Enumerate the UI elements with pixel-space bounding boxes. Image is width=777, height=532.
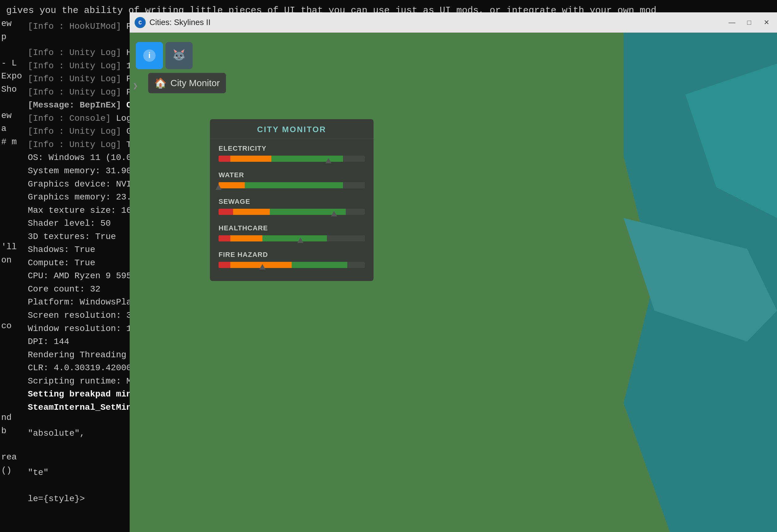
terminal-left-label: rea xyxy=(1,451,18,464)
terminal-left-label: . xyxy=(1,359,18,372)
house-icon: 🏠 xyxy=(154,77,167,89)
sewage-marker xyxy=(331,211,337,216)
cat-toolbar-button[interactable] xyxy=(165,42,193,69)
terminal-left-label: . xyxy=(1,490,18,504)
terminal-left-label: . xyxy=(1,438,18,451)
electricity-bar xyxy=(219,155,365,162)
sewage-row: SEWAGE xyxy=(210,192,373,219)
terminal-left-label: co xyxy=(1,320,18,333)
city-monitor-label: City Monitor xyxy=(171,78,220,88)
water-label: WATER xyxy=(219,171,365,179)
svg-point-10 xyxy=(176,55,178,57)
terminal-left-label: nd b xyxy=(1,411,18,437)
window-titlebar: C Cities: Skylines II — □ ✕ xyxy=(130,12,777,33)
city-monitor-panel: CITY MONITOR ELECTRICITY WATER xyxy=(210,119,373,281)
electricity-row: ELECTRICITY xyxy=(210,139,373,166)
terminal-left-label: . xyxy=(1,162,18,175)
water-bar xyxy=(219,182,365,188)
game-map: i xyxy=(130,33,777,532)
healthcare-marker xyxy=(297,237,304,243)
window-app-icon: C xyxy=(135,17,146,28)
electricity-marker xyxy=(325,158,332,163)
close-button[interactable]: ✕ xyxy=(761,17,772,28)
window-title: Cities: Skylines II xyxy=(149,18,723,27)
terminal-left-label: # m xyxy=(1,135,18,149)
fire-hazard-bar xyxy=(219,262,365,268)
svg-text:C: C xyxy=(139,20,142,26)
terminal-left-label: . xyxy=(1,306,18,320)
game-toolbar: i xyxy=(136,42,193,69)
terminal-left-label: . xyxy=(1,175,18,188)
terminal-left-label: . xyxy=(1,43,18,57)
terminal-left-label: ew p xyxy=(1,17,18,43)
terminal-left-label: . xyxy=(1,346,18,359)
terminal-left-label: . xyxy=(1,148,18,162)
terminal-left-label: . xyxy=(1,503,18,517)
svg-point-13 xyxy=(181,55,182,56)
terminal-left-label: . xyxy=(1,398,18,412)
terminal-left-label: . xyxy=(1,530,18,532)
terminal-left-label: - L xyxy=(1,57,18,70)
terminal-left-label: . xyxy=(1,214,18,228)
terminal-left-label: . xyxy=(1,517,18,530)
maximize-button[interactable]: □ xyxy=(744,17,755,28)
sewage-label: SEWAGE xyxy=(219,198,365,206)
terminal-left-label: 'll xyxy=(1,240,18,254)
terminal-left-label: . xyxy=(1,201,18,215)
fire-hazard-label: FIRE HAZARD xyxy=(219,251,365,259)
city-monitor-dropdown[interactable]: 🏠 City Monitor xyxy=(148,73,226,93)
terminal-left-label: . xyxy=(1,477,18,490)
fire-hazard-row: FIRE HAZARD xyxy=(210,245,373,272)
terminal-left-label: . xyxy=(1,385,18,398)
game-window: C Cities: Skylines II — □ ✕ xyxy=(130,12,777,532)
terminal-left-label: . xyxy=(1,267,18,280)
terminal-left-label: . xyxy=(1,96,18,109)
electricity-label: ELECTRICITY xyxy=(219,144,365,152)
svg-point-5 xyxy=(174,52,184,61)
healthcare-bar xyxy=(219,235,365,241)
terminal-left-label: . xyxy=(1,332,18,346)
terminal-left-label: () xyxy=(1,464,18,477)
minimize-button[interactable]: — xyxy=(727,17,738,28)
terminal-left-label: Sho xyxy=(1,83,18,96)
terminal-left-label: on xyxy=(1,254,18,267)
info-toolbar-button[interactable]: i xyxy=(136,42,163,69)
nav-arrow[interactable]: ❯ xyxy=(133,81,138,91)
map-svg xyxy=(130,33,777,532)
terminal-left-label: . xyxy=(1,228,18,241)
terminal-left-label: ew a xyxy=(1,109,18,135)
svg-text:i: i xyxy=(148,50,150,60)
svg-point-12 xyxy=(177,55,178,56)
terminal-left-label: . xyxy=(1,188,18,201)
healthcare-label: HEALTHCARE xyxy=(219,224,365,232)
panel-title: CITY MONITOR xyxy=(210,119,373,139)
sewage-bar xyxy=(219,209,365,215)
terminal-left-label: . xyxy=(1,280,18,293)
window-controls: — □ ✕ xyxy=(727,17,772,28)
healthcare-row: HEALTHCARE xyxy=(210,219,373,245)
fire-hazard-marker xyxy=(259,264,265,270)
water-marker xyxy=(215,184,222,190)
water-row: WATER xyxy=(210,166,373,192)
terminal-left-label: Expo xyxy=(1,70,18,83)
terminal-left-label: . xyxy=(1,372,18,385)
terminal-left-label: . xyxy=(1,293,18,306)
svg-point-11 xyxy=(180,55,182,57)
